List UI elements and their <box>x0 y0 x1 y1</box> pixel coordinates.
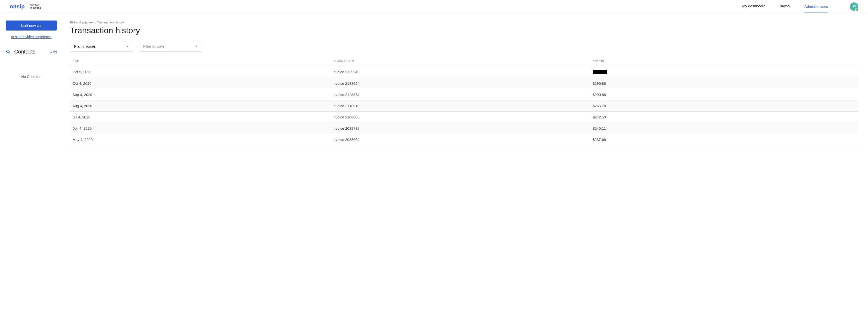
cell-description: Invoice 2128874 <box>330 89 590 100</box>
cell-amount: $266.70 <box>590 100 859 112</box>
col-header-description: DESCRIPTION <box>330 57 590 66</box>
cell-description: Invoice 2088664 <box>330 134 590 145</box>
cell-date: Sep 4, 2020 <box>70 89 330 100</box>
top-nav: My dashboard sayso Administrators JP <box>742 2 858 11</box>
cell-date: Jul 4, 2020 <box>70 112 330 123</box>
logo-main: onsip <box>10 3 25 10</box>
contacts-header: Contacts Add <box>6 48 57 55</box>
layout: Start new call or start a video conferen… <box>0 13 868 153</box>
table-row[interactable]: Oct 5, 2020Invoice 2139249 <box>70 66 858 78</box>
cell-date: Jun 4, 2020 <box>70 123 330 134</box>
cell-description: Invoice 2118910 <box>330 100 590 112</box>
video-conference-link[interactable]: or start a video conference <box>6 35 57 39</box>
logo-sub-line2: of Intrado <box>30 7 41 9</box>
main-content: Billing & payment / Transaction history … <box>63 13 868 153</box>
nav-dashboard[interactable]: My dashboard <box>742 4 766 9</box>
cell-amount: $240.11 <box>590 123 859 134</box>
redacted-amount <box>593 70 607 74</box>
table-row[interactable]: Jul 4, 2020Invoice 2108886$242.53 <box>70 112 858 123</box>
cell-amount: $290.88 <box>590 89 859 100</box>
cell-date: Oct 4, 2020 <box>70 78 330 89</box>
filter-date-select[interactable]: Filter by date <box>139 41 202 51</box>
cell-amount <box>590 66 859 78</box>
table-row[interactable]: Oct 4, 2020Invoice 2138654$290.88 <box>70 78 858 89</box>
no-contacts-text: No Contacts <box>6 74 57 79</box>
nav-sayso[interactable]: sayso <box>780 4 790 9</box>
cell-description: Invoice 2139249 <box>330 66 590 78</box>
logo-area: onsip now part of Intrado <box>10 3 41 10</box>
plan-invoices-select[interactable]: Plan invoices <box>70 41 133 51</box>
contacts-left: Contacts <box>6 48 35 55</box>
cell-description: Invoice 2098798 <box>330 123 590 134</box>
table-row[interactable]: Sep 4, 2020Invoice 2128874$290.88 <box>70 89 858 100</box>
logo-subtitle: now part of Intrado <box>30 4 41 9</box>
start-call-button[interactable]: Start new call <box>6 21 57 31</box>
plan-invoices-value: Plan invoices <box>74 44 96 48</box>
logo-sub-line1: now part <box>30 4 41 7</box>
search-icon[interactable] <box>6 49 11 54</box>
filter-date-placeholder: Filter by date <box>143 44 164 48</box>
cell-amount: $237.69 <box>590 134 859 145</box>
page-title: Transaction history <box>70 26 858 35</box>
top-header: onsip now part of Intrado My dashboard s… <box>0 0 868 13</box>
cell-description: Invoice 2108886 <box>330 112 590 123</box>
chevron-down-icon <box>126 46 129 47</box>
avatar-wrap[interactable]: JP <box>850 2 858 11</box>
nav-administrators[interactable]: Administrators <box>804 4 828 12</box>
cell-description: Invoice 2138654 <box>330 78 590 89</box>
transactions-table: DATE DESCRIPTION AMOUNT Oct 5, 2020Invoi… <box>70 57 858 145</box>
cell-date: May 4, 2020 <box>70 134 330 145</box>
breadcrumb: Billing & payment / Transaction history <box>70 21 858 24</box>
presence-check-icon <box>855 8 859 11</box>
chevron-down-icon <box>195 46 198 47</box>
col-header-amount: AMOUNT <box>590 57 859 66</box>
contacts-title: Contacts <box>14 48 35 55</box>
sidebar: Start new call or start a video conferen… <box>0 13 63 153</box>
add-contact-link[interactable]: Add <box>50 50 57 54</box>
cell-date: Aug 4, 2020 <box>70 100 330 112</box>
table-row[interactable]: Aug 4, 2020Invoice 2118910$266.70 <box>70 100 858 112</box>
table-row[interactable]: May 4, 2020Invoice 2088664$237.69 <box>70 134 858 145</box>
svg-point-0 <box>7 50 9 53</box>
col-header-date: DATE <box>70 57 330 66</box>
table-row[interactable]: Jun 4, 2020Invoice 2098798$240.11 <box>70 123 858 134</box>
cell-amount: $290.88 <box>590 78 859 89</box>
cell-amount: $242.53 <box>590 112 859 123</box>
svg-line-1 <box>9 52 10 54</box>
filters: Plan invoices Filter by date <box>70 41 858 51</box>
cell-date: Oct 5, 2020 <box>70 66 330 78</box>
